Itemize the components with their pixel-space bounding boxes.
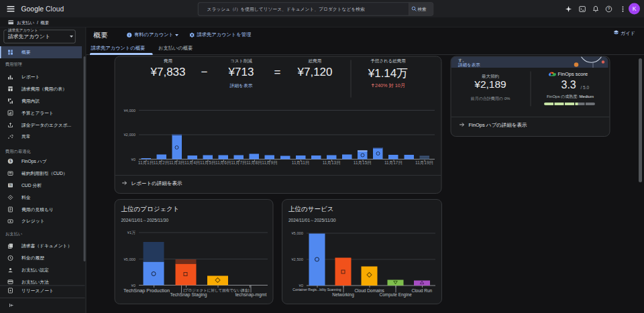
svg-text:$: $ [9,160,11,164]
svg-text:?: ? [608,7,610,11]
svg-text:%: % [9,184,11,187]
